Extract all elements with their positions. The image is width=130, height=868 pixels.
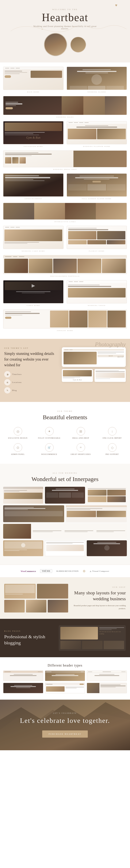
feature-label-shortcodes: Great shortcodes [67, 454, 94, 455]
feature-label-admin: Admin panel [4, 454, 31, 455]
feature-label-dragdrop: Drag-and-drop [67, 437, 94, 439]
screen-wedding-sales: WEDDING SALES [3, 96, 127, 118]
blog-images: The best day of your life at your own we… [59, 625, 126, 651]
header-type-4 [3, 683, 43, 693]
feature-label-exclusive: Exclusive design [4, 437, 31, 439]
screen-label-wedding-slider: WEDDING SLIDER [67, 91, 127, 93]
theme-got-pretitle: OUR THEME'S GOT [4, 347, 58, 349]
shop-title: Many shop layouts for your wedding busin… [72, 590, 126, 602]
screen-label-wedding-sales: WEDDING SALES [3, 116, 127, 118]
innerpages-title: Wonderful set of Innerpages [3, 476, 127, 483]
hero-image-rings [70, 37, 86, 53]
headers-title: Different header types [3, 663, 127, 668]
screen-label-announcement: ANNOUNCEMENT [3, 198, 64, 199]
screen-wedding-cake: WEDDING CAKE HOME [3, 226, 64, 252]
heart-icon: ♥ [115, 3, 117, 8]
innerpage-6 [3, 540, 43, 556]
cta-title: Let's celebrate love together. [4, 716, 126, 725]
screen-wedding-dress: WEDDING DRESS SHOP [3, 150, 127, 170]
partner-security: ⊛ [83, 569, 86, 573]
screen-label-main-home: MAIN HOME [3, 91, 64, 93]
screen-florist-home: FLORIST HOME [67, 226, 127, 252]
feature-label-oneclick: One-click import [99, 437, 126, 439]
partner-visual-composer: ⟁ Visual Composer [90, 569, 109, 573]
blog-title: Professional & stylish blogging [4, 634, 55, 646]
header-type-1 [3, 671, 43, 681]
hero-subtitle: Wedding and Event planning themes beauti… [33, 25, 97, 30]
screen-label-video-home: VIDEO HOME [3, 305, 64, 306]
header-type-6 [87, 683, 127, 693]
shop-body: Beautiful product pages and shop layouts… [72, 604, 126, 610]
innerpage-wide [3, 524, 127, 539]
screens-section-1: MAIN HOME WEDDING SLIDER [0, 62, 130, 339]
screen-label-jewelry-home: JEWELRY HOME [3, 330, 127, 332]
screen-invitation-home: Gym & Run INVITATION HOME [3, 121, 64, 147]
shop-images [4, 584, 68, 613]
screen-photographer: PHOTOGRAPHER PORTFOLIO [3, 255, 127, 277]
hero-title: Heartbeat [4, 11, 126, 24]
screen-label-wedding-planner: WEDDING PLANNER HOME [67, 146, 127, 147]
shop-pretitle: OUR SHOP [72, 586, 126, 588]
blog-pretitle: BLOG PAGES [4, 630, 55, 632]
feature-drag-drop: ⊞ Drag-and-drop [67, 427, 94, 439]
screen-main-home: MAIN HOME [3, 67, 64, 93]
hero-image-couple [44, 33, 67, 56]
headers-section: Different header types [0, 657, 130, 700]
screen-label-wedding-venue: WEDDING VENUE [67, 305, 127, 306]
innerpage-7 [45, 540, 85, 556]
feature-admin-panel: ⊙ Admin panel [4, 443, 31, 455]
screen-label-florist-home: FLORIST HOME [67, 250, 127, 252]
screen-label-photographer: PHOTOGRAPHER PORTFOLIO [3, 275, 127, 277]
shop-text: OUR SHOP Many shop layouts for your wedd… [72, 586, 126, 610]
elements-pretitle: OUR THEME [4, 410, 126, 412]
tag-timelines: Timelines [12, 373, 22, 375]
drag-drop-icon: ⊞ [76, 427, 85, 435]
feature-shortcodes: ≡ Great shortcodes [67, 443, 94, 455]
innerpages-section: ALL FOR WEDDING Wonderful set of Innerpa… [0, 464, 130, 565]
screen-full-screen-slider: FULL SCREEN SLIDER HOME [67, 174, 127, 199]
blog-text: BLOG PAGES Professional & stylish bloggi… [4, 630, 55, 646]
partners-section: WooCommerce THÈME SLIDER REVOLUTION ⊛ ⟁ … [0, 565, 130, 578]
cta-section: LET'S CELEBRATE Let's celebrate love tog… [0, 700, 130, 750]
cta-pretitle: LET'S CELEBRATE [4, 712, 126, 714]
pro-support-icon: ◇ [108, 443, 117, 452]
screen-label-invitation-home: INVITATION HOME [3, 146, 64, 147]
theme-got-title: Simply stunning wedding details for crea… [4, 351, 58, 368]
one-click-icon: ↓ [108, 427, 117, 435]
theme-got-section: Photography RSVP OUR THEME'S GOT Simply … [0, 339, 130, 402]
screen-wedding-venue: WEDDING VENUE [67, 280, 127, 306]
screen-label-wedding-dress: WEDDING DRESS SHOP [3, 168, 127, 170]
screen-label-full-screen-slider: FULL SCREEN SLIDER HOME [67, 198, 127, 199]
welcome-text: WELCOME TO THE [4, 8, 126, 10]
purchase-button[interactable]: PURCHASE HEARTBEAT [42, 731, 88, 738]
customizable-icon: ✦ [45, 427, 54, 435]
shortcodes-icon: ≡ [76, 443, 85, 452]
screen-wedding-planner: WEDDING PLANNER HOME [67, 121, 127, 147]
hero-section: WELCOME TO THE Heartbeat Wedding and Eve… [0, 0, 130, 62]
screen-label-wedding-cake: WEDDING CAKE HOME [3, 250, 64, 252]
innerpage-1 [3, 487, 43, 504]
innerpage-4 [3, 505, 64, 522]
screen-video-home: VIDEO HOME [3, 280, 64, 306]
exclusive-design-icon: ◎ [14, 427, 22, 435]
partner-slider-revolution: SLIDER REVOLUTION [56, 570, 79, 572]
header-type-5 [45, 683, 85, 693]
feature-pro-support: ◇ Pro support [99, 443, 126, 455]
innerpage-3 [87, 487, 127, 504]
woocommerce-icon: 🛒 [45, 443, 54, 452]
partner-woocommerce: WooCommerce [21, 570, 36, 572]
elements-title: Beautiful elements [4, 414, 126, 421]
feature-customizable: ✦ Fully customizable [36, 427, 63, 439]
partner-7min: THÈME [40, 569, 52, 573]
screen-announcement: ANNOUNCEMENT [3, 174, 64, 199]
header-type-2 [45, 671, 85, 681]
innerpage-8 [87, 540, 127, 556]
shop-section: OUR SHOP Many shop layouts for your wedd… [0, 578, 130, 619]
screen-wedding-slider: WEDDING SLIDER [67, 67, 127, 93]
feature-label-support: Pro support [99, 454, 126, 455]
headers-grid [3, 671, 127, 693]
feature-label-customizable: Fully customizable [36, 437, 63, 439]
admin-panel-icon: ⊙ [14, 443, 22, 452]
blog-caption: The best day of your life at your own we… [99, 631, 124, 635]
screen-interactive-links: INTERACTIVE LINKS [3, 203, 127, 223]
